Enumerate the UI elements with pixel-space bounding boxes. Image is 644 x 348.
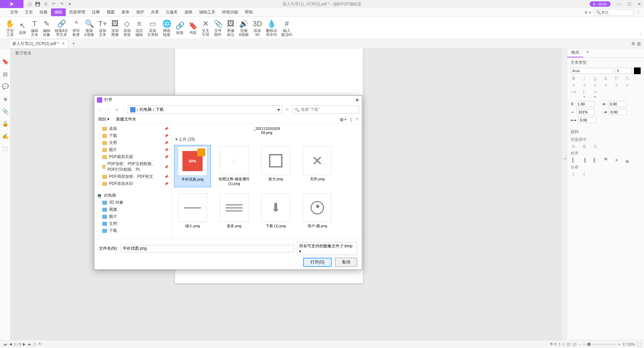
tree-item[interactable]: PDF加密、PDF文档权限、PDF打印权限、PL📌 [94, 160, 171, 173]
tree-item[interactable]: 3D 对象 [94, 199, 171, 206]
filetype-select[interactable]: 所有可支持的图像文件 (*.bmp ▾ [297, 242, 357, 255]
file-item[interactable]: 更多.png [216, 192, 253, 230]
file-item[interactable]: 用户-圆.png [299, 192, 336, 230]
cancel-button[interactable]: 取消 [335, 258, 357, 267]
tree-item[interactable]: PDF添加水印📌 [94, 180, 171, 187]
dialog-nav: ← → ▾ ↑ › 此电脑 › 下载 ▾ ⟳ 🔍 搜索"下载" [94, 104, 362, 115]
dialog-close-icon[interactable]: ✕ [355, 97, 359, 103]
file-item-top[interactable]: _202111031828 59.png [174, 127, 359, 135]
file-item[interactable]: ⬇下载 (1).png [257, 192, 294, 230]
tree-this-pc[interactable]: 💻此电脑 [94, 192, 171, 199]
tree-item[interactable]: PDF局部加密、PDF密文📌 [94, 173, 171, 180]
file-list[interactable]: _202111031828 59.png ▾ 上月 (15) 半价优惠.png∴… [171, 124, 362, 239]
organize-menu[interactable]: 组织 ▾ [98, 116, 109, 122]
dialog-titlebar: 打开 ✕ [94, 96, 362, 104]
dialog-search[interactable]: 🔍 搜索"下载" [292, 105, 359, 114]
tree-item[interactable]: 图片📌 [94, 146, 171, 153]
open-button[interactable]: 打开(O) [303, 258, 332, 267]
tree-item[interactable]: 下载📌 [94, 132, 171, 139]
new-folder-button[interactable]: 新建文件夹 [116, 116, 136, 122]
tree-item[interactable]: 下载 [94, 227, 171, 234]
dialog-title: 打开 [104, 97, 112, 103]
tree-item[interactable]: 文档📌 [94, 139, 171, 146]
folder-tree[interactable]: 桌面📌下载📌文档📌图片📌PDF裁剪页面📌PDF加密、PDF文档权限、PDF打印权… [94, 124, 171, 239]
nav-back-icon[interactable]: ← [97, 107, 104, 113]
tree-item[interactable]: 桌面📌 [94, 125, 171, 132]
view-mode-menu[interactable]: ▦ ▾ [340, 117, 346, 122]
search-icon: 🔍 [294, 107, 300, 112]
dialog-app-icon [97, 97, 102, 103]
breadcrumb-downloads[interactable]: 下载 [156, 107, 164, 112]
dialog-footer: 文件名(N): 所有可支持的图像文件 (*.bmp ▾ 打开(O) 取消 [94, 239, 362, 269]
file-item[interactable]: 缩小.png [174, 192, 211, 230]
file-group-month[interactable]: ▾ 上月 (15) [175, 137, 359, 142]
nav-forward-icon[interactable]: → [106, 107, 112, 113]
filename-label: 文件名(N): [99, 246, 118, 251]
refresh-icon[interactable]: ⟳ [284, 107, 290, 113]
filename-input[interactable] [120, 245, 294, 252]
dialog-toolbar: 组织 ▾ 新建文件夹 ▦ ▾ ▯ ? [94, 115, 362, 124]
breadcrumb-pc[interactable]: 此电脑 [140, 107, 152, 112]
dialog-search-placeholder: 搜索"下载" [301, 107, 320, 112]
download-folder-icon [130, 107, 136, 112]
dialog-body: 桌面📌下载📌文档📌图片📌PDF裁剪页面📌PDF加密、PDF文档权限、PDF打印权… [94, 124, 362, 239]
file-item[interactable]: ✕关闭.png [299, 145, 336, 187]
tree-item[interactable]: 文档 [94, 220, 171, 227]
breadcrumb[interactable]: › 此电脑 › 下载 ▾ [128, 105, 282, 114]
tree-item[interactable]: 图片 [94, 213, 171, 220]
file-item[interactable]: ∴绘图注释-修改属性(1).png [216, 145, 253, 187]
tree-item[interactable]: PDF裁剪页面📌 [94, 153, 171, 160]
preview-pane-icon[interactable]: ▯ [350, 117, 352, 122]
file-item[interactable]: 放大.png [257, 145, 294, 187]
dialog-overlay: 打开 ✕ ← → ▾ ↑ › 此电脑 › 下载 ▾ ⟳ 🔍 搜索"下载" 组织 … [0, 0, 644, 348]
nav-up-icon[interactable]: ↑ [121, 107, 126, 113]
tree-item[interactable]: 视频 [94, 206, 171, 213]
nav-recent-icon[interactable]: ▾ [114, 107, 119, 113]
help-icon[interactable]: ? [356, 117, 358, 122]
file-item[interactable]: 半价优惠.png [174, 145, 211, 187]
file-open-dialog: 打开 ✕ ← → ▾ ↑ › 此电脑 › 下载 ▾ ⟳ 🔍 搜索"下载" 组织 … [94, 95, 362, 270]
